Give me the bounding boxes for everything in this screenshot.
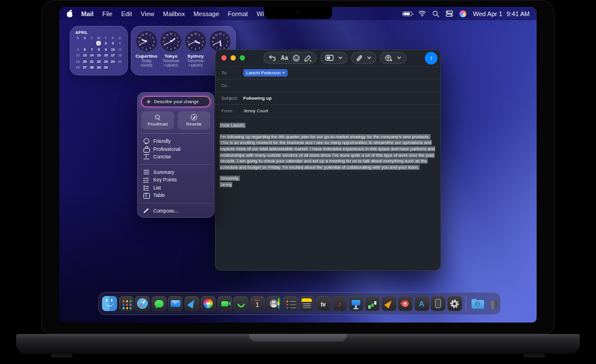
- menu-mailbox[interactable]: Mailbox: [163, 10, 185, 17]
- calendar-day[interactable]: 29: [95, 65, 102, 70]
- calendar-day[interactable]: 17: [110, 53, 116, 58]
- window-titlebar[interactable]: Aa: [215, 50, 441, 67]
- menu-view[interactable]: View: [141, 10, 154, 17]
- recipient-token[interactable]: Lanchi Pederson: [243, 69, 288, 77]
- dock-safari-icon[interactable]: [135, 296, 150, 311]
- dock-launchpad-icon[interactable]: [119, 296, 134, 311]
- writing-tools-icon[interactable]: [304, 55, 311, 62]
- calendar-day[interactable]: 13: [81, 53, 88, 58]
- calendar-day[interactable]: 15: [95, 53, 102, 58]
- dock-keynote-icon[interactable]: [349, 296, 364, 311]
- dock-facetime-icon[interactable]: [217, 296, 232, 311]
- calendar-day[interactable]: 16: [103, 53, 110, 58]
- calendar-day[interactable]: 27: [81, 65, 88, 70]
- siri-icon[interactable]: [459, 10, 466, 17]
- calendar-day[interactable]: 26: [74, 65, 81, 70]
- photo-browser-button[interactable]: [320, 52, 348, 64]
- from-field[interactable]: From: Jenny Court: [215, 105, 441, 117]
- clock-Cupertino[interactable]: 123456789101112CupertinoToday+0HRS: [134, 31, 159, 71]
- dock-phone-icon[interactable]: [233, 296, 248, 311]
- dock-pages-icon[interactable]: [382, 296, 397, 311]
- friendly-menu-item[interactable]: Friendly: [141, 137, 210, 145]
- emoji-icon[interactable]: [293, 55, 300, 62]
- menu-format[interactable]: Format: [228, 10, 248, 17]
- search-icon[interactable]: [432, 10, 439, 17]
- calendar-day[interactable]: 5: [74, 47, 81, 52]
- calendar-day[interactable]: 21: [88, 59, 95, 64]
- concise-menu-item[interactable]: Concise: [141, 153, 210, 161]
- format-icon[interactable]: Aa: [281, 55, 288, 61]
- minimize-button[interactable]: [231, 55, 236, 60]
- calendar-day[interactable]: 18: [116, 53, 123, 58]
- describe-change-input[interactable]: Describe your change: [142, 97, 210, 107]
- calendar-day[interactable]: 25: [116, 59, 123, 64]
- menu-mail[interactable]: Mail: [81, 10, 93, 17]
- close-button[interactable]: [221, 55, 227, 60]
- dock-music-icon[interactable]: [332, 296, 347, 311]
- zoom-button[interactable]: [240, 55, 245, 60]
- calendar-day[interactable]: 8: [95, 47, 102, 52]
- dock-mail-icon[interactable]: [168, 296, 183, 311]
- dock-reminders-icon[interactable]: [283, 296, 298, 311]
- key-points-menu-item[interactable]: Key Points: [141, 176, 210, 184]
- calendar-day[interactable]: 2: [103, 41, 110, 46]
- calendar-day[interactable]: 20: [81, 59, 88, 64]
- calendar-day[interactable]: [74, 41, 81, 46]
- send-button[interactable]: ↑: [425, 52, 437, 65]
- subject-field[interactable]: Subject: Following up: [215, 92, 441, 105]
- proofread-button[interactable]: Proofread: [141, 111, 174, 130]
- calendar-day[interactable]: 7: [88, 47, 95, 52]
- control-center-icon[interactable]: [446, 10, 453, 17]
- dock-calendar-icon[interactable]: Wed1: [250, 296, 265, 311]
- dock-rocket-icon[interactable]: [398, 296, 413, 311]
- wifi-icon[interactable]: [418, 10, 426, 17]
- dock-trash-icon[interactable]: [486, 296, 501, 311]
- dock-messages-icon[interactable]: [152, 296, 167, 311]
- calendar-day[interactable]: 30: [103, 65, 110, 70]
- menu-message[interactable]: Message: [194, 10, 220, 17]
- calendar-day[interactable]: 4: [116, 41, 123, 46]
- calendar-day[interactable]: 24: [110, 59, 116, 64]
- calendar-day[interactable]: 12: [74, 53, 81, 58]
- calendar-day[interactable]: [110, 65, 116, 70]
- menu-bar-clock[interactable]: Wed Apr 1 9:41 AM: [473, 10, 530, 17]
- calendar-widget[interactable]: APRIL SMTWTFS123456789101112131415161718…: [70, 26, 128, 75]
- dock-downloads-icon[interactable]: [470, 296, 485, 311]
- message-body[interactable]: Dear Lanchi, I'm following up regarding …: [215, 117, 441, 194]
- calendar-day[interactable]: 1: [96, 41, 101, 46]
- table-menu-item[interactable]: Table: [141, 191, 210, 199]
- summary-menu-item[interactable]: Summary: [141, 168, 210, 176]
- calendar-day[interactable]: 3: [110, 41, 116, 46]
- rewrite-button[interactable]: Rewrite: [178, 111, 210, 130]
- calendar-day[interactable]: 6: [81, 47, 88, 52]
- menu-edit[interactable]: Edit: [121, 10, 132, 17]
- dock-notes-icon[interactable]: [299, 296, 314, 311]
- insert-button[interactable]: [380, 52, 406, 64]
- professional-menu-item[interactable]: Professional: [141, 145, 210, 153]
- dock-iphone-mirroring-icon[interactable]: [431, 296, 446, 311]
- dock-contacts-icon[interactable]: [266, 296, 281, 311]
- calendar-day[interactable]: 28: [88, 65, 95, 70]
- undo-icon[interactable]: [269, 55, 276, 61]
- compose-menu-item[interactable]: Compose...: [141, 207, 210, 215]
- apple-menu-icon[interactable]: [66, 10, 73, 17]
- dock-maps-icon[interactable]: [184, 296, 199, 311]
- calendar-day[interactable]: [81, 41, 88, 46]
- list-menu-item[interactable]: List: [141, 184, 210, 192]
- attachment-button[interactable]: [351, 52, 376, 64]
- dock-tv-icon[interactable]: [316, 296, 331, 311]
- clock-Tokyo[interactable]: 123456789101112TokyoTomorrow+16HRS: [159, 31, 183, 71]
- dock-photos-icon[interactable]: [201, 296, 216, 311]
- to-field[interactable]: To: Lanchi Pederson: [215, 67, 441, 79]
- dock-numbers-icon[interactable]: [365, 296, 380, 311]
- menu-file[interactable]: File: [102, 10, 112, 17]
- calendar-day[interactable]: [116, 65, 123, 70]
- calendar-day[interactable]: 11: [116, 47, 123, 52]
- battery-icon[interactable]: [402, 12, 412, 16]
- calendar-day[interactable]: 19: [74, 59, 81, 64]
- calendar-day[interactable]: [88, 41, 95, 46]
- calendar-day[interactable]: 22: [95, 59, 102, 64]
- calendar-day[interactable]: 14: [88, 53, 95, 58]
- clock-Sydney[interactable]: 123456789101112SydneyTomorrow+18HRS: [183, 31, 208, 71]
- calendar-day[interactable]: 10: [110, 47, 116, 52]
